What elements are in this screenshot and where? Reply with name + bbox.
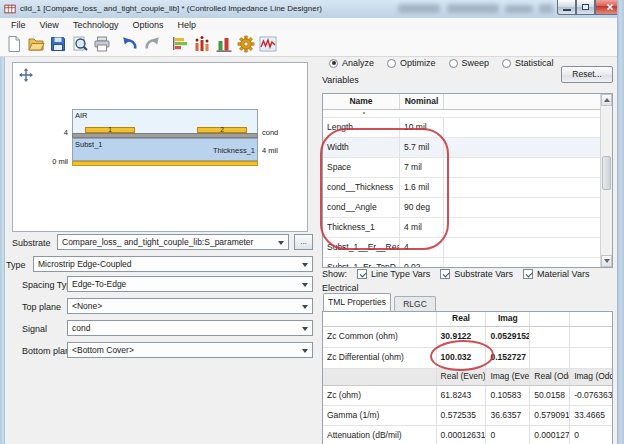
substrate-browse-button[interactable]: ...	[294, 234, 313, 250]
zc-common-row: Zc Common (ohm) 30.9122 0.0529152	[323, 327, 612, 348]
table-row[interactable]: Subst_1_Er_TanD 0.02	[323, 258, 612, 268]
type-select[interactable]: Microstrip Edge-Coupled	[33, 256, 313, 272]
air-label: AIR	[75, 111, 88, 120]
menu-technology[interactable]: Technology	[66, 20, 126, 30]
var-name: Subst_1__Er__Real	[323, 238, 400, 257]
column-chart-icon[interactable]	[213, 33, 235, 55]
var-value: 5.7 mil	[400, 138, 444, 157]
header-blank	[323, 312, 437, 326]
tick-bottom-label: 0 mil	[39, 157, 68, 166]
gantt-chart-icon[interactable]	[169, 33, 191, 55]
table-row[interactable]: Length 10 mil	[323, 118, 612, 138]
value: 36.6357	[486, 406, 530, 425]
signal-value: cond	[72, 323, 90, 333]
table-row[interactable]: cond__Thickness 1.6 mil	[323, 178, 612, 198]
redo-icon[interactable]	[141, 33, 163, 55]
spacing-type-value: Edge-To-Edge	[72, 279, 126, 289]
bottom-cover-layer[interactable]	[72, 161, 258, 166]
bar-chart-icon[interactable]	[191, 33, 213, 55]
undo-icon[interactable]	[119, 33, 141, 55]
header-imag-odd: Imag (Odd)	[570, 369, 612, 385]
new-icon[interactable]	[3, 33, 25, 55]
value: 0.152727	[486, 348, 530, 368]
menu-bar: File View Technology Options Help	[0, 18, 617, 31]
var-value: 0.02	[400, 258, 444, 268]
checkbox-line-type-vars[interactable]: Line Type Vars	[357, 269, 430, 279]
menu-help[interactable]: Help	[170, 20, 203, 30]
zc-row: Zc (ohm) 61.8243 0.10583 50.0158 -0.0763…	[323, 386, 612, 406]
header-real-even: Real (Even)	[437, 369, 487, 385]
row-label: Zc Common (ohm)	[323, 327, 437, 347]
table-row[interactable]: Subst_1__Er__Real 4	[323, 238, 612, 258]
spacing-type-select[interactable]: Edge-To-Edge	[67, 276, 313, 292]
scroll-down-icon[interactable]	[601, 255, 612, 267]
radio-analyze[interactable]: Analyze	[329, 58, 374, 68]
scroll-up-icon[interactable]	[601, 94, 612, 106]
row-label: Zc Differential (ohm)	[323, 348, 437, 368]
save-icon[interactable]	[47, 33, 69, 55]
variables-scrollbar[interactable]	[600, 94, 612, 267]
radio-sweep[interactable]: Sweep	[449, 58, 490, 68]
window-title: cild_1 [Compare_loss_ and_tight_couple_l…	[20, 4, 322, 13]
substrate-select[interactable]: Compare_loss_ and_tight_couple_lib:S_par…	[57, 234, 289, 250]
cild-window: cild_1 [Compare_loss_ and_tight_couple_l…	[0, 0, 624, 444]
row-label: Gamma (1/m)	[323, 406, 437, 425]
type-field-label: Type	[6, 260, 26, 270]
header-real: Real	[437, 312, 487, 326]
open-icon[interactable]	[25, 33, 47, 55]
table-row[interactable]: Width 5.7 mil	[323, 138, 612, 158]
waveform-icon[interactable]	[257, 33, 279, 55]
blurred-text	[505, 5, 533, 13]
maximize-icon[interactable]	[576, 0, 595, 15]
partial-row	[323, 110, 612, 118]
conductor1-label: 1	[85, 126, 135, 133]
column-header-nominal[interactable]: Nominal	[400, 94, 444, 109]
tick-top-label: 4	[51, 128, 68, 137]
radio-button-icon	[502, 59, 511, 68]
move-handle-icon[interactable]	[19, 68, 33, 82]
table-row[interactable]: cond__Angle 90 deg	[323, 198, 612, 218]
top-plane-label: Top plane	[22, 302, 61, 312]
print-icon[interactable]	[91, 33, 113, 55]
value: 0.00012776	[530, 426, 570, 444]
analysis-mode-group: Analyze Optimize Sweep Statistical	[329, 57, 554, 69]
reset-button[interactable]: Reset...	[561, 66, 613, 83]
table-row[interactable]: Space 7 mil	[323, 158, 612, 178]
radio-statistical[interactable]: Statistical	[502, 58, 554, 68]
var-name: Width	[323, 138, 400, 157]
header-blank	[530, 312, 570, 326]
scrollbar-thumb[interactable]	[602, 156, 611, 190]
value: 0.0529152	[486, 327, 530, 347]
blurred-text	[398, 4, 440, 13]
gamma-row: Gamma (1/m) 0.572535 36.6357 0.579091 33…	[323, 406, 612, 426]
attenuation-per-mil-row: Attenuation (dB/mil) 0.000126314 0 0.000…	[323, 426, 612, 444]
chevron-down-icon	[302, 349, 308, 353]
substrate-value: Compare_loss_ and_tight_couple_lib:S_par…	[62, 237, 253, 247]
header-real-odd: Real (Odd)	[530, 369, 570, 385]
common-header-row: Real Imag	[323, 312, 612, 327]
radio-optimize[interactable]: Optimize	[387, 58, 436, 68]
minimize-icon[interactable]	[557, 0, 576, 15]
checkbox-substrate-vars[interactable]: Substrate Vars	[440, 269, 513, 279]
gear-icon[interactable]	[235, 33, 257, 55]
tab-rlgc[interactable]: RLGC	[394, 296, 436, 311]
top-plane-select[interactable]: <None>	[67, 298, 313, 314]
menu-options[interactable]: Options	[125, 20, 170, 30]
type-value: Microstrip Edge-Coupled	[38, 259, 132, 269]
menu-view[interactable]: View	[33, 20, 66, 30]
zc-differential-row: Zc Differential (ohm) 100.032 0.152727	[323, 348, 612, 369]
variables-title: Variables	[322, 75, 359, 85]
column-header-name[interactable]: Name	[323, 94, 400, 109]
value-blank	[530, 348, 570, 368]
var-name: cond__Thickness	[323, 178, 400, 197]
var-value: 4	[400, 238, 444, 257]
top-plane-value: <None>	[72, 301, 102, 311]
bottom-plane-select[interactable]: <Bottom Cover>	[67, 342, 313, 358]
signal-select[interactable]: cond	[67, 320, 313, 336]
tab-tml-properties[interactable]: TML Properties	[323, 293, 391, 311]
menu-file[interactable]: File	[4, 20, 33, 30]
value: 33.4665	[570, 406, 612, 425]
table-row[interactable]: Thickness_1 4 mil	[323, 218, 612, 238]
checkbox-material-vars[interactable]: Material Vars	[523, 269, 589, 279]
zoom-icon[interactable]	[69, 33, 91, 55]
